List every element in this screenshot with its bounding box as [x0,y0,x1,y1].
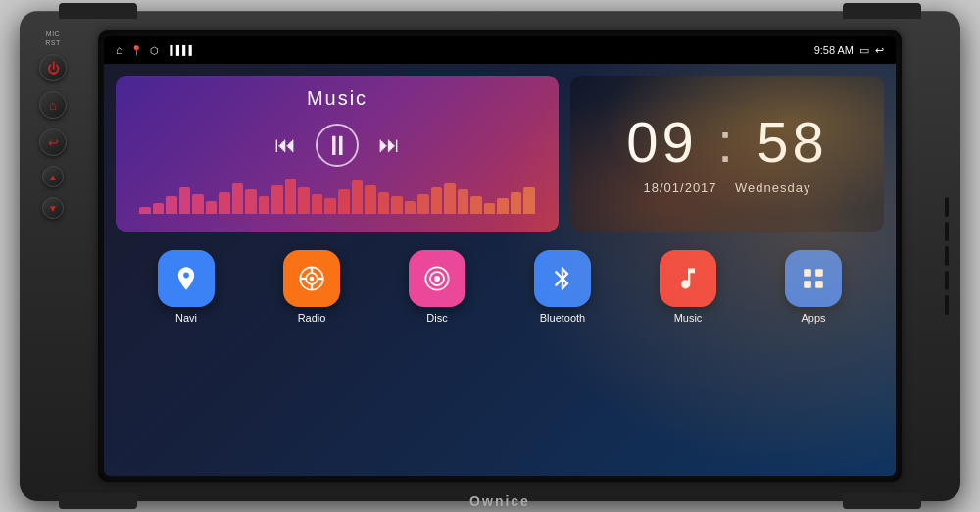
eq-bar-13 [312,194,323,214]
status-right: 9:58 AM ▭ ↩ [814,44,884,57]
eq-bar-0 [139,207,151,214]
home-button[interactable]: ⌂ [39,91,67,119]
music-icon [660,250,716,307]
navi-label: Navi [175,312,197,324]
eq-bar-17 [365,185,376,214]
brand-label: Ownice [469,493,530,509]
eq-bar-16 [352,180,364,214]
screen: ⌂ 📍 ⬡ ▐▐▐▐ 9:58 AM ▭ ↩ Music [104,36,896,476]
clock-hours: 09 [626,110,698,174]
prev-button[interactable]: ⏮ [274,132,296,158]
vol-down-button[interactable]: ▼ [42,197,64,219]
bluetooth-status-icon: ⬡ [150,45,159,56]
eq-bar-9 [259,196,270,214]
svg-point-2 [310,277,315,282]
navi-icon [158,250,215,307]
mount-tab-br [843,493,921,509]
status-bar: ⌂ 📍 ⬡ ▐▐▐▐ 9:58 AM ▭ ↩ [104,36,896,64]
eq-bar-21 [417,194,429,214]
app-item-apps[interactable]: Apps [785,250,842,324]
eq-bar-10 [271,185,283,214]
vol-up-button[interactable]: ▲ [42,166,64,187]
eq-bar-25 [470,196,482,214]
svg-point-9 [434,276,440,282]
eq-bar-20 [405,201,416,215]
eq-bar-23 [444,183,456,215]
location-icon: 📍 [130,45,142,56]
eq-bar-1 [153,203,165,214]
app-item-navi[interactable]: Navi [158,250,215,324]
bluetooth-icon [534,250,591,307]
music-controls: ⏮ ⏸ ⏭ [131,124,543,167]
svg-rect-13 [815,281,823,288]
bluetooth-label: Bluetooth [540,312,585,324]
svg-rect-12 [804,281,811,288]
screen-bezel: ⌂ 📍 ⬡ ▐▐▐▐ 9:58 AM ▭ ↩ Music [98,30,902,482]
rst-label: RST [45,39,61,46]
eq-bar-11 [285,179,297,214]
main-content: Music ⏮ ⏸ ⏭ 09 : [104,64,896,476]
eq-bar-26 [484,203,496,214]
eq-bar-15 [338,189,350,214]
apps-row: NaviRadioDiscBluetoothMusicApps [104,240,896,339]
vent-slots [945,197,949,315]
eq-bar-24 [458,189,469,214]
eq-bar-27 [497,198,509,214]
eq-bar-7 [232,183,244,215]
back-button[interactable]: ↩ [39,128,67,156]
mic-label: MIC [46,30,60,37]
eq-bar-22 [431,187,443,214]
svg-rect-10 [804,269,811,277]
eq-bar-14 [324,198,336,214]
equalizer [131,179,543,214]
eq-bar-2 [166,196,177,214]
clock-widget: 09 : 58 18/01/2017 Wednesday [570,76,884,232]
clock-date: 18/01/2017 Wednesday [644,180,811,195]
play-pause-button[interactable]: ⏸ [316,124,359,167]
widgets-row: Music ⏮ ⏸ ⏭ 09 : [104,64,896,240]
eq-bar-3 [179,187,191,214]
eq-bar-12 [298,187,310,214]
eq-bar-29 [523,187,535,214]
home-status-icon: ⌂ [116,43,122,57]
eq-bar-5 [206,201,218,215]
music-label: Music [674,312,703,324]
clock-time: 09 : 58 [626,114,827,171]
music-title: Music [131,87,543,110]
back-status-icon: ↩ [875,44,884,57]
signal-icon: ▐▐▐▐ [167,45,192,55]
next-button[interactable]: ⏭ [378,132,400,158]
status-left: ⌂ 📍 ⬡ ▐▐▐▐ [116,43,192,57]
music-widget[interactable]: Music ⏮ ⏸ ⏭ [116,76,559,232]
status-time: 9:58 AM [814,44,854,56]
clock-separator: : [717,110,757,174]
disc-icon [409,250,466,307]
clock-minutes: 58 [757,110,828,174]
apps-icon [785,250,842,307]
radio-icon [283,250,340,307]
app-item-disc[interactable]: Disc [409,250,466,324]
disc-label: Disc [426,312,447,324]
app-item-bluetooth[interactable]: Bluetooth [534,250,591,324]
unit-housing: MIC RST ⏻ ⌂ ↩ ▲ ▼ ⌂ 📍 ⬡ ▐▐▐▐ 9:58 AM ▭ ↩ [20,11,960,501]
app-item-music[interactable]: Music [660,250,716,324]
radio-label: Radio [298,312,326,324]
eq-bar-8 [245,189,257,214]
power-button[interactable]: ⏻ [39,54,67,81]
left-panel: MIC RST ⏻ ⌂ ↩ ▲ ▼ [20,11,86,501]
eq-bar-18 [378,192,390,215]
eq-bar-6 [219,192,230,215]
mount-tab-tr [843,3,921,19]
eq-bar-19 [391,196,403,214]
svg-rect-11 [815,269,823,277]
battery-icon: ▭ [859,44,869,57]
apps-label: Apps [801,312,825,324]
eq-bar-28 [511,192,522,215]
eq-bar-4 [192,194,204,214]
app-item-radio[interactable]: Radio [283,250,340,324]
